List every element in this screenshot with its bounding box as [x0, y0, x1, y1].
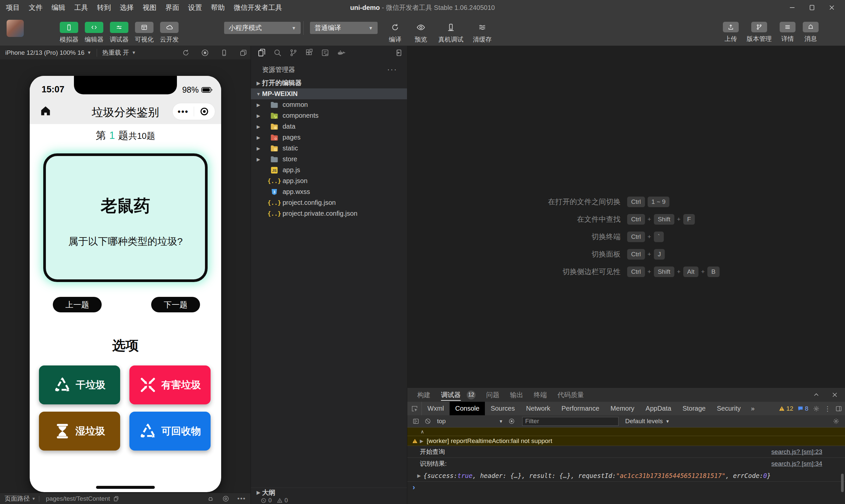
clear-console-icon[interactable] [424, 418, 431, 425]
stop-record-icon[interactable] [201, 49, 209, 57]
option-recyclable[interactable]: 可回收物 [129, 412, 211, 451]
source-link[interactable]: search.js? [sm]:34 [771, 460, 822, 467]
extensions-icon[interactable] [305, 49, 314, 57]
cloud-dev-button[interactable]: 云开发 [159, 22, 179, 44]
console-sidebar-icon[interactable] [412, 418, 419, 425]
copy-path-icon[interactable] [113, 496, 119, 502]
more-dots-icon[interactable]: ••• [173, 108, 194, 115]
devtools-tab-wxml[interactable]: Wxml [422, 402, 450, 415]
devtools-tab-security[interactable]: Security [711, 402, 746, 415]
tree-item-pages[interactable]: ▶ pages [251, 132, 407, 143]
tree-item-app-wxss[interactable]: 3 app.wxss [251, 186, 407, 197]
details-button[interactable]: 详情 [779, 22, 796, 43]
devtools-tab-appdata[interactable]: AppData [640, 402, 677, 415]
tree-item-data[interactable]: ▶ data [251, 121, 407, 132]
tree-item-project-config-json[interactable]: {..} project.config.json [251, 197, 407, 208]
tree-item-static[interactable]: ▶ static [251, 143, 407, 154]
settings-gear-icon[interactable] [813, 406, 820, 412]
devtools-tab-storage[interactable]: Storage [677, 402, 711, 415]
preview-button[interactable]: 预览 [411, 22, 430, 44]
exit-target-icon[interactable] [194, 107, 215, 116]
collapse-sidebar-icon[interactable] [394, 49, 402, 57]
tree-item-store[interactable]: ▶ store [251, 154, 407, 165]
notebook-icon[interactable] [321, 49, 330, 57]
console-log-row[interactable]: 识别结果: search.js? [sm]:34 [407, 458, 845, 470]
console-warning-row[interactable]: ▶ [worker] reportRealtimeAction:fail not… [407, 436, 845, 446]
upload-button[interactable]: 上传 [722, 22, 739, 43]
panel-maximize-icon[interactable] [813, 392, 820, 398]
devtools-tab-network[interactable]: Network [521, 402, 556, 415]
tree-item-app-json[interactable]: {..} app.json [251, 176, 407, 186]
kebab-menu-icon[interactable]: ⋮ [824, 405, 831, 413]
compile-button[interactable]: 编译 [386, 22, 405, 44]
option-wet-waste[interactable]: 湿垃圾 [39, 412, 120, 451]
editor-toggle-button[interactable]: 编辑器 [84, 22, 104, 44]
tab-code-quality[interactable]: 代码质量 [558, 388, 584, 402]
tab-terminal[interactable]: 终端 [534, 388, 547, 402]
maximize-button[interactable] [805, 1, 818, 14]
compile-mode-dropdown[interactable]: 普通编译 ▼ [310, 22, 377, 34]
section-project-root[interactable]: ▼ MP-WEIXIN [251, 88, 407, 99]
device-selector[interactable]: iPhone 12/13 (Pro) 100% 16 [5, 49, 85, 56]
info-count[interactable]: 8 [798, 405, 808, 412]
warning-count[interactable]: 12 [779, 405, 793, 412]
menu-item-settings[interactable]: 设置 [188, 3, 202, 12]
device-frame-icon[interactable] [220, 49, 228, 57]
files-icon[interactable] [258, 49, 266, 57]
option-harmful-waste[interactable]: 有害垃圾 [129, 365, 211, 404]
menu-item-file[interactable]: 文件 [29, 3, 42, 12]
explorer-more-icon[interactable]: ··· [387, 65, 398, 74]
devtools-tab-memory[interactable]: Memory [605, 402, 640, 415]
eye-icon[interactable] [222, 495, 229, 502]
tree-item-project-private-config-json[interactable]: {..} project.private.config.json [251, 208, 407, 219]
console-settings-gear-icon[interactable] [833, 418, 845, 425]
console-object-row[interactable]: ▶ {success: true, header: {…}, result: {… [407, 470, 845, 482]
log-levels-dropdown[interactable]: Default levels ▼ [625, 418, 670, 425]
visualize-button[interactable]: 可视化 [134, 22, 155, 44]
hot-reload-toggle[interactable]: 热重载 开 [102, 49, 129, 57]
clear-cache-button[interactable]: 清缓存 [471, 22, 493, 44]
tab-build[interactable]: 构建 [417, 388, 430, 402]
restart-icon[interactable] [182, 49, 190, 57]
minimize-button[interactable] [786, 1, 799, 14]
tree-item-app-js[interactable]: JS app.js [251, 165, 407, 176]
option-dry-waste[interactable]: 干垃圾 [39, 365, 120, 404]
problems-summary[interactable]: 0 0 [251, 497, 407, 504]
source-link[interactable]: search.js? [sm]:23 [771, 448, 822, 455]
menu-item-devtools[interactable]: 微信开发者工具 [234, 3, 282, 12]
tree-item-common[interactable]: ▶ common [251, 99, 407, 110]
menu-item-project[interactable]: 项目 [6, 3, 20, 12]
version-manage-button[interactable]: 版本管理 [745, 22, 773, 43]
menu-item-edit[interactable]: 编辑 [52, 3, 65, 12]
dock-side-icon[interactable] [835, 406, 842, 412]
search-icon[interactable] [273, 49, 282, 57]
menu-item-view[interactable]: 视图 [143, 3, 156, 12]
outline-section[interactable]: ▶ 大纲 [251, 487, 407, 497]
tab-debugger[interactable]: 调试器 [441, 388, 461, 402]
context-selector[interactable]: top ▼ [437, 418, 503, 425]
messages-button[interactable]: 消息 [802, 22, 819, 43]
console-prompt[interactable]: › [407, 482, 845, 493]
source-control-icon[interactable] [289, 49, 298, 57]
user-avatar[interactable] [6, 20, 24, 37]
console-filter-input[interactable] [522, 417, 619, 426]
tab-problems[interactable]: 问题 [486, 388, 499, 402]
simulator-toggle-button[interactable]: 模拟器 [59, 22, 79, 44]
more-tabs-icon[interactable]: » [746, 405, 759, 412]
menu-item-tools[interactable]: 工具 [74, 3, 88, 12]
scrollbar-thumb[interactable] [841, 474, 844, 492]
menu-item-select[interactable]: 选择 [120, 3, 134, 12]
page-path-dropdown[interactable]: 页面路径 [5, 494, 30, 503]
close-button[interactable] [825, 1, 839, 14]
devtools-tab-performance[interactable]: Performance [556, 402, 605, 415]
console-log-row[interactable]: 开始查询 search.js? [sm]:23 [407, 446, 845, 458]
bug-icon[interactable] [207, 495, 214, 502]
mode-dropdown[interactable]: 小程序模式 ▼ [224, 22, 301, 34]
tab-output[interactable]: 输出 [510, 388, 523, 402]
more-icon[interactable]: ••• [237, 495, 246, 502]
multi-window-icon[interactable] [239, 49, 247, 57]
next-question-button[interactable]: 下一题 [151, 297, 200, 312]
docker-whale-icon[interactable] [337, 48, 346, 57]
menu-item-interface[interactable]: 界面 [165, 3, 179, 12]
panel-close-icon[interactable] [831, 392, 838, 398]
